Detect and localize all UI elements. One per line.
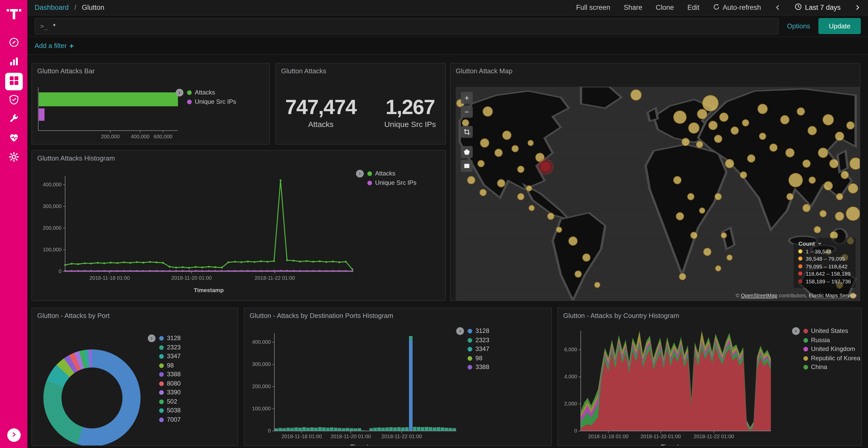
openstreetmap-link[interactable]: OpenStreetMap: [741, 292, 777, 298]
clone-button[interactable]: Clone: [656, 4, 674, 11]
attack-marker[interactable]: [679, 273, 686, 280]
attack-marker[interactable]: [802, 160, 811, 168]
legend-item[interactable]: China: [803, 363, 860, 372]
attack-marker[interactable]: [719, 112, 728, 122]
legend-item[interactable]: 8080: [159, 379, 181, 388]
legend-toggle-icon[interactable]: ›: [356, 170, 364, 177]
attack-marker[interactable]: [785, 148, 795, 158]
attack-marker[interactable]: [835, 212, 844, 221]
attack-marker[interactable]: [497, 179, 505, 187]
attack-marker[interactable]: [687, 193, 694, 200]
legend-item[interactable]: United Kingdom: [803, 345, 860, 354]
attack-marker[interactable]: [630, 89, 642, 101]
legend-item[interactable]: Republic of Korea: [803, 354, 860, 363]
attack-marker[interactable]: [526, 185, 532, 192]
attack-marker[interactable]: [583, 253, 591, 262]
attack-marker[interactable]: [757, 103, 768, 114]
attack-marker[interactable]: [527, 140, 533, 146]
attack-marker[interactable]: [829, 159, 839, 169]
attack-marker[interactable]: [699, 207, 705, 214]
legend-item[interactable]: Unique Src IPs: [367, 178, 416, 187]
attack-marker[interactable]: [479, 189, 487, 196]
attack-marker[interactable]: [547, 213, 554, 220]
legend-item[interactable]: 98: [159, 361, 181, 370]
update-button[interactable]: Update: [818, 18, 861, 34]
legend-toggle-icon[interactable]: ›: [176, 89, 183, 97]
sidebar-item-discover[interactable]: [5, 35, 23, 52]
attack-marker[interactable]: [594, 282, 601, 288]
query-options-link[interactable]: Options: [787, 22, 810, 30]
attack-marker[interactable]: [696, 141, 703, 148]
attack-marker[interactable]: [575, 270, 582, 277]
search-input[interactable]: >_ *: [35, 18, 779, 34]
full-screen-button[interactable]: Full screen: [576, 4, 610, 11]
attack-marker[interactable]: [715, 266, 721, 272]
attack-marker[interactable]: [814, 226, 821, 234]
attack-marker[interactable]: [502, 131, 512, 140]
attack-marker[interactable]: [807, 126, 816, 136]
attack-marker[interactable]: [786, 193, 793, 200]
sidebar-item-management[interactable]: [5, 149, 23, 167]
attack-marker[interactable]: [797, 107, 805, 115]
breadcrumb-dashboard-link[interactable]: Dashboard: [35, 4, 69, 11]
attack-marker[interactable]: [846, 121, 855, 129]
attack-map[interactable]: + − Count: [456, 87, 860, 300]
attack-marker[interactable]: [835, 132, 844, 141]
attack-marker[interactable]: [697, 109, 707, 119]
attack-marker[interactable]: [568, 236, 578, 246]
attack-marker[interactable]: [478, 160, 485, 168]
attack-marker[interactable]: [673, 176, 681, 184]
zoom-out-button[interactable]: −: [461, 106, 473, 118]
attack-marker[interactable]: [708, 120, 718, 130]
time-range-picker[interactable]: Last 7 days: [795, 3, 841, 12]
draw-polygon-button[interactable]: [461, 146, 473, 158]
attack-marker[interactable]: [556, 227, 562, 233]
time-back-button[interactable]: [774, 4, 781, 11]
draw-rectangle-button[interactable]: [461, 160, 473, 172]
legend-item[interactable]: Unique Src IPs: [187, 97, 236, 106]
legend-item[interactable]: United States: [803, 327, 860, 336]
legend-item[interactable]: 5038: [159, 406, 181, 415]
attack-marker[interactable]: [480, 138, 490, 148]
legend-item[interactable]: 3388: [468, 363, 489, 372]
share-button[interactable]: Share: [624, 4, 642, 11]
legend-toggle-icon[interactable]: ›: [457, 327, 464, 335]
legend-toggle-icon[interactable]: ›: [148, 335, 156, 342]
legend-item[interactable]: 98: [468, 354, 489, 363]
attack-marker[interactable]: [529, 205, 535, 211]
legend-item[interactable]: Attacks: [367, 169, 416, 178]
attack-marker[interactable]: [848, 183, 859, 194]
legend-item[interactable]: 502: [159, 397, 181, 406]
attack-marker[interactable]: [769, 143, 777, 151]
zoom-in-button[interactable]: +: [461, 92, 473, 104]
sidebar-item-dashboard[interactable]: [5, 73, 23, 90]
time-forward-button[interactable]: [854, 4, 861, 11]
attack-marker[interactable]: [818, 148, 828, 158]
attack-marker[interactable]: [759, 133, 766, 140]
attack-marker[interactable]: [681, 138, 690, 146]
attack-marker[interactable]: [780, 115, 789, 125]
legend-item[interactable]: 3388: [159, 370, 181, 379]
legend-item[interactable]: 3390: [159, 388, 181, 397]
sidebar-expand-button[interactable]: [7, 428, 21, 442]
legend-item[interactable]: 2323: [468, 336, 489, 345]
attack-marker[interactable]: [788, 173, 803, 187]
add-filter-button[interactable]: Add a filter +: [35, 41, 74, 50]
attack-marker[interactable]: [517, 166, 524, 173]
attack-marker[interactable]: [823, 114, 834, 126]
attack-marker[interactable]: [725, 159, 734, 169]
attack-marker[interactable]: [849, 158, 860, 170]
attack-marker[interactable]: [808, 177, 815, 184]
attack-marker[interactable]: [802, 204, 811, 212]
attack-marker[interactable]: [535, 152, 544, 162]
attack-marker[interactable]: [819, 210, 827, 217]
attack-marker[interactable]: [740, 171, 747, 178]
legend-item[interactable]: 3347: [159, 352, 181, 361]
legend-item[interactable]: Attacks: [187, 88, 236, 97]
legend-item[interactable]: Russia: [803, 336, 860, 345]
telekom-logo[interactable]: [4, 4, 24, 24]
attack-marker[interactable]: [714, 135, 722, 143]
attack-marker[interactable]: [517, 193, 524, 200]
attack-marker[interactable]: [690, 232, 697, 239]
attack-marker[interactable]: [747, 154, 755, 162]
